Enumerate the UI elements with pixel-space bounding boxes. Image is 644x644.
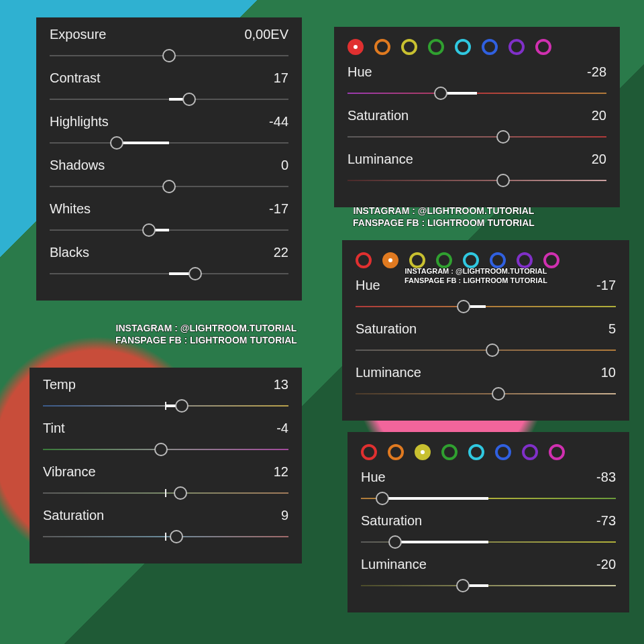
slider-saturation[interactable] [43,527,288,546]
slider-label: Saturation [347,108,409,123]
slider-luminance[interactable] [356,384,616,403]
slider-label: Saturation [43,508,104,523]
watermark-line1: INSTAGRAM : @LIGHTROOM.TUTORIAL [353,205,535,217]
slider-blacks[interactable] [50,264,288,283]
color-swatch[interactable] [388,444,404,460]
slider-label: Saturation [356,321,417,337]
slider-saturation[interactable] [347,127,606,146]
slider-thumb[interactable] [142,223,156,237]
slider-thumb[interactable] [110,136,123,150]
slider-thumb[interactable] [388,535,402,549]
color-swatch[interactable] [549,444,565,460]
slider-vibrance[interactable] [43,484,288,502]
slider-whites[interactable] [50,221,288,239]
color-swatch[interactable] [455,39,471,55]
watermark: INSTAGRAM : @LIGHTROOM.TUTORIAL FANSPAGE… [115,322,297,346]
slider-hue[interactable] [361,489,616,508]
slider-value: -73 [596,513,616,529]
slider-thumb[interactable] [496,174,510,187]
slider-thumb[interactable] [434,87,447,100]
color-swatch[interactable] [522,444,538,460]
slider-saturation[interactable] [356,341,616,360]
slider-track [50,229,288,231]
slider-fill [117,142,169,144]
color-swatch[interactable] [495,444,511,460]
slider-track [361,585,616,586]
slider-value: -17 [269,201,288,217]
color-swatch[interactable] [401,39,417,55]
slider-value: 20 [592,152,606,167]
color-swatch[interactable] [508,39,525,55]
slider-value: 0,00EV [244,27,288,42]
slider-thumb[interactable] [170,530,183,543]
slider-track [356,393,616,394]
slider-tint[interactable] [43,440,288,459]
slider-value: -4 [276,421,288,436]
slider-label: Hue [356,278,380,293]
slider-label: Whites [50,201,91,217]
slider-label: Blacks [50,245,89,260]
slider-thumb[interactable] [486,343,499,357]
slider-label: Tint [43,421,65,436]
watermark: INSTAGRAM : @LIGHTROOM.TUTORIAL FANSPAGE… [405,266,547,286]
color-swatch[interactable] [415,444,431,460]
slider-highlights[interactable] [50,133,288,152]
watermark-line1: INSTAGRAM : @LIGHTROOM.TUTORIAL [405,266,547,276]
slider-thumb[interactable] [175,399,189,413]
slider-label: Shadows [50,158,105,173]
slider-value: 5 [608,321,616,337]
slider-thumb[interactable] [162,180,176,193]
slider-track [356,306,616,307]
slider-value: 9 [281,508,288,523]
slider-thumb[interactable] [154,443,168,456]
slider-hue[interactable] [347,84,606,103]
slider-contrast[interactable] [50,90,288,109]
slider-value: 10 [601,365,616,380]
slider-label: Vibrance [43,464,96,480]
color-swatch[interactable] [535,39,551,55]
slider-thumb[interactable] [182,93,196,106]
slider-luminance[interactable] [347,171,606,190]
slider-value: -28 [587,64,606,80]
slider-hue[interactable] [356,297,616,316]
color-swatch[interactable] [441,444,458,460]
color-swatch[interactable] [428,39,444,55]
watermark: INSTAGRAM : @LIGHTROOM.TUTORIAL FANSPAGE… [353,205,535,229]
slider-value: -44 [269,114,288,129]
slider-track [347,93,606,94]
color-swatch-row [361,441,616,470]
slider-temp[interactable] [43,396,288,415]
center-tick [165,533,166,541]
slider-value: 13 [274,377,288,392]
slider-shadows[interactable] [50,177,288,196]
color-swatch[interactable] [382,252,398,268]
slider-thumb[interactable] [492,387,505,400]
slider-thumb[interactable] [496,130,510,144]
color-swatch[interactable] [347,39,364,55]
color-swatch[interactable] [374,39,390,55]
color-swatch[interactable] [361,444,377,460]
slider-label: Saturation [361,513,422,529]
watermark-line2: FANSPAGE FB : LIGHTROOM TUTORIAL [405,276,547,285]
slider-thumb[interactable] [457,300,470,313]
color-swatch[interactable] [356,252,372,268]
slider-thumb[interactable] [456,579,470,592]
slider-thumb[interactable] [174,486,187,500]
slider-luminance[interactable] [361,576,616,595]
slider-value: 17 [274,70,288,86]
slider-exposure[interactable] [50,46,288,65]
slider-label: Luminance [361,557,427,572]
colormix-yellow-panel: Hue-83Saturation-73Luminance-20 [347,432,629,612]
slider-track [347,136,606,138]
color-panel: Temp13Tint-4Vibrance12Saturation9 [30,368,302,564]
slider-label: Exposure [50,27,107,42]
slider-thumb[interactable] [162,49,176,62]
slider-thumb[interactable] [376,492,389,505]
light-panel: Exposure0,00EVContrast17Highlights-44Sha… [36,17,302,301]
slider-value: 20 [592,108,606,123]
slider-label: Luminance [356,365,421,380]
color-swatch[interactable] [482,39,498,55]
slider-saturation[interactable] [361,533,616,551]
slider-thumb[interactable] [189,267,202,280]
color-swatch[interactable] [468,444,484,460]
